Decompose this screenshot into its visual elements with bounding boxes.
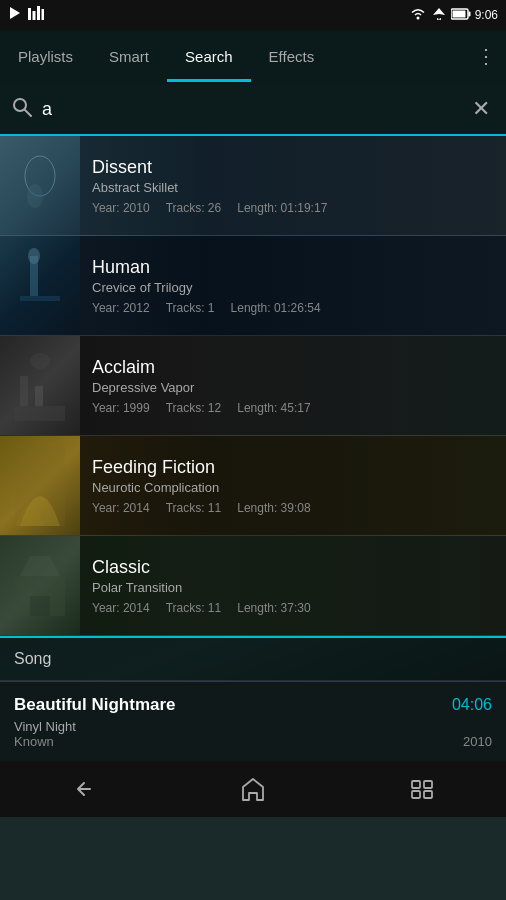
recents-button[interactable] [337,777,506,801]
album-artist-human: Crevice of Trilogy [92,280,494,295]
svg-rect-24 [424,781,432,788]
album-art-classic [0,536,80,636]
svg-rect-22 [30,596,50,616]
album-title-human: Human [92,257,494,278]
svg-point-19 [30,353,50,369]
album-length-dissent: Length: 01:19:17 [237,201,327,215]
status-left-icons [8,6,44,24]
svg-rect-7 [452,10,465,17]
time-display: 9:06 [475,8,498,22]
album-art-dissent [0,136,80,236]
album-meta-feeding: Year: 2014 Tracks: 11 Length: 39:08 [92,501,494,515]
svg-rect-1 [28,8,31,20]
content-area: Dissent Abstract Skillet Year: 2010 Trac… [0,136,506,681]
album-artist-dissent: Abstract Skillet [92,180,494,195]
nav-tabs: Playlists Smart Search Effects ⋮ [0,30,506,84]
album-art-acclaim [0,336,80,436]
np-duration: 04:06 [452,696,492,714]
album-year-dissent: Year: 2010 [92,201,150,215]
album-title-dissent: Dissent [92,157,494,178]
np-artist-row: Vinyl Night [14,719,492,734]
svg-rect-17 [20,376,28,406]
svg-rect-23 [412,781,420,788]
back-button[interactable] [0,777,169,801]
svg-rect-18 [35,386,43,406]
album-info-feeding: Feeding Fiction Neurotic Complication Ye… [80,447,506,525]
more-menu-button[interactable]: ⋮ [466,44,506,68]
album-meta-classic: Year: 2014 Tracks: 11 Length: 37:30 [92,601,494,615]
art-inner-human [0,236,80,336]
svg-point-15 [28,248,40,264]
album-artist-acclaim: Depressive Vapor [92,380,494,395]
album-year-feeding: Year: 2014 [92,501,150,515]
album-info-acclaim: Acclaim Depressive Vapor Year: 1999 Trac… [80,347,506,425]
svg-rect-25 [412,791,420,798]
album-title-acclaim: Acclaim [92,357,494,378]
album-meta-human: Year: 2012 Tracks: 1 Length: 01:26:54 [92,301,494,315]
art-inner [0,136,80,236]
svg-rect-3 [37,6,40,20]
wifi-icon [409,7,427,24]
search-bar: ✕ [0,84,506,136]
album-tracks-dissent: Tracks: 26 [166,201,222,215]
album-length-acclaim: Length: 45:17 [237,401,310,415]
svg-point-9 [14,99,26,111]
play-icon [8,6,22,24]
album-art-feeding [0,436,80,536]
song-section-header: Song [0,636,506,681]
album-tracks-human: Tracks: 1 [166,301,215,315]
status-right-icons: 9:06 [409,7,498,24]
nav-tabs-list: Playlists Smart Search Effects [0,30,332,82]
svg-rect-26 [424,791,432,798]
album-tracks-acclaim: Tracks: 12 [166,401,222,415]
tab-effects[interactable]: Effects [251,30,333,82]
album-item-acclaim[interactable]: Acclaim Depressive Vapor Year: 1999 Trac… [0,336,506,436]
album-tracks-feeding: Tracks: 11 [166,501,222,515]
np-year: 2010 [463,734,492,749]
np-song-title: Beautiful Nightmare [14,695,176,715]
album-item-dissent[interactable]: Dissent Abstract Skillet Year: 2010 Trac… [0,136,506,236]
svg-rect-8 [468,11,470,16]
search-icon [12,97,32,122]
album-length-feeding: Length: 39:08 [237,501,310,515]
album-title-feeding: Feeding Fiction [92,457,494,478]
album-item-classic[interactable]: Classic Polar Transition Year: 2014 Trac… [0,536,506,636]
np-album-row: Known 2010 [14,734,492,749]
album-artist-feeding: Neurotic Complication [92,480,494,495]
tab-smart[interactable]: Smart [91,30,167,82]
album-info-human: Human Crevice of Trilogy Year: 2012 Trac… [80,247,506,325]
art-inner-acclaim [0,336,80,436]
svg-marker-0 [10,7,20,19]
tab-playlists[interactable]: Playlists [0,30,91,82]
album-meta-dissent: Year: 2010 Tracks: 26 Length: 01:19:17 [92,201,494,215]
album-length-classic: Length: 37:30 [237,601,310,615]
now-playing-bar[interactable]: Beautiful Nightmare 04:06 Vinyl Night Kn… [0,681,506,761]
album-title-classic: Classic [92,557,494,578]
art-inner-feeding [0,436,80,536]
album-art-human [0,236,80,336]
song-section-label: Song [14,650,51,668]
tab-search[interactable]: Search [167,30,251,82]
clear-search-button[interactable]: ✕ [468,92,494,126]
album-item-feeding-fiction[interactable]: Feeding Fiction Neurotic Complication Ye… [0,436,506,536]
album-artist-classic: Polar Transition [92,580,494,595]
album-year-human: Year: 2012 [92,301,150,315]
airplane-icon [431,7,447,24]
bottom-nav [0,761,506,817]
svg-point-5 [416,16,419,19]
np-album: Known [14,734,54,749]
album-item-human[interactable]: Human Crevice of Trilogy Year: 2012 Trac… [0,236,506,336]
album-meta-acclaim: Year: 1999 Tracks: 12 Length: 45:17 [92,401,494,415]
album-info-dissent: Dissent Abstract Skillet Year: 2010 Trac… [80,147,506,225]
album-info-classic: Classic Polar Transition Year: 2014 Trac… [80,547,506,625]
svg-rect-14 [20,296,60,301]
home-button[interactable] [169,776,338,802]
np-artist: Vinyl Night [14,719,76,734]
svg-point-12 [27,184,43,208]
album-results-list: Dissent Abstract Skillet Year: 2010 Trac… [0,136,506,636]
art-inner-classic [0,536,80,636]
album-year-classic: Year: 2014 [92,601,150,615]
search-input[interactable] [42,99,468,120]
status-bar: 9:06 [0,0,506,30]
album-year-acclaim: Year: 1999 [92,401,150,415]
